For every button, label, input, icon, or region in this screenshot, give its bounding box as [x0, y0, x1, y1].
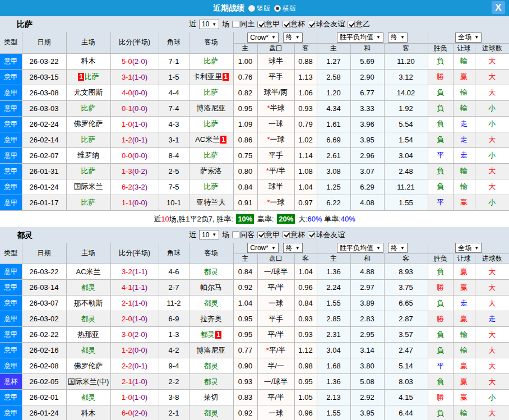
away-team-cell: 都灵	[189, 358, 233, 374]
fulltime-score: 5-0	[122, 57, 132, 66]
result-wdl-cell: 負	[428, 132, 453, 147]
win-odds-cell: 2.13	[317, 390, 350, 405]
halftime-score: (1-0)	[132, 299, 147, 307]
league-cell: 意甲	[0, 53, 22, 69]
win-odds-cell: 6.69	[317, 132, 350, 147]
league-checkbox-意杯[interactable]	[283, 21, 290, 28]
draw-odds-cell: 4.08	[350, 195, 384, 210]
league-checkbox-意甲[interactable]	[257, 231, 265, 238]
result-handicap-cell: 輸	[453, 163, 475, 179]
fulltime-score: 1-0	[122, 120, 132, 128]
league-checkbox-意杯[interactable]	[283, 231, 290, 238]
away-team-cell: 博洛尼亚	[189, 100, 233, 116]
radio-vertical[interactable]	[248, 5, 255, 12]
wdl-mean-select[interactable]: 胜平负均值▼	[337, 243, 383, 253]
recent-count-select[interactable]: 10▼	[199, 230, 219, 239]
handicap-text: 半球	[270, 104, 285, 112]
full-match-select[interactable]: 全场▼	[455, 243, 482, 253]
result-handicap-cell: 輸	[453, 85, 475, 100]
away-team-cell: 比萨	[189, 53, 233, 69]
draw-odds-cell: 2.92	[350, 390, 384, 405]
handicap-text: 一球	[270, 135, 285, 144]
odds-source-select[interactable]: Crow*▼	[247, 243, 279, 253]
dropdown-arrow-icon: ▼	[295, 35, 300, 40]
summary-text: 单率:	[322, 215, 341, 223]
result-wdl-cell: 負	[428, 374, 453, 390]
home-team-name: 热那亚	[77, 330, 99, 339]
result-handicap-cell: 赢	[453, 195, 475, 210]
same-venue-checkbox[interactable]	[232, 21, 239, 28]
result-goals-cell: 大	[475, 132, 509, 147]
odds-home-cell: 0.82	[233, 85, 257, 100]
close-button[interactable]: X	[492, 1, 505, 14]
handicap-text: 平/半	[267, 330, 284, 339]
date-cell: 26-02-05	[22, 374, 66, 390]
full-match-select[interactable]: 全场▼	[455, 33, 482, 43]
fulltime-score: 3-1	[122, 73, 132, 81]
col-header-0: 类型	[0, 243, 22, 264]
score-cell: 1-2(0-0)	[110, 343, 159, 358]
league-checkbox-球会友谊[interactable]	[308, 231, 315, 238]
header-group-1: 胜平负均值▼终▼	[317, 32, 428, 43]
section-filters: 近10▼场同主意甲意杯球会友谊意乙	[189, 16, 370, 32]
odds-source-select[interactable]: Crow*▼	[247, 33, 279, 43]
result-handicap-cell: 走	[453, 132, 475, 147]
date-cell: 26-02-16	[22, 343, 66, 358]
away-team-name: 博洛尼亚	[197, 104, 226, 112]
home-team-cell: 尤文图斯	[66, 85, 110, 100]
header-group-0: Crow*▼终▼	[233, 32, 317, 43]
score-cell: 2-1(1-0)	[110, 374, 159, 390]
home-team-cell: 维罗纳	[66, 147, 110, 163]
handicap-cell: 球半	[257, 53, 294, 69]
odds-away-cell: 0.88	[294, 53, 317, 69]
win-odds-cell: 1.68	[317, 358, 350, 374]
odds-home-cell: 1.09	[233, 116, 257, 132]
col-header-5: 客场	[189, 32, 233, 53]
final-select-1[interactable]: 终▼	[283, 243, 303, 253]
halftime-score: (1-0)	[132, 393, 147, 401]
score-cell: 1-2(0-1)	[110, 132, 159, 147]
same-venue-checkbox[interactable]	[232, 231, 239, 238]
lose-odds-cell: 3.04	[384, 147, 428, 163]
home-team-cell: 比萨	[66, 100, 110, 116]
win-odds-cell: 1.61	[317, 116, 350, 132]
col-header-1: 日期	[22, 243, 66, 264]
draw-odds-cell: 2.83	[350, 311, 384, 327]
col-header-3: 比分(半场)	[110, 243, 159, 264]
league-checkbox-球会友谊[interactable]	[308, 21, 315, 28]
home-team-name: 国际米兰(中)	[68, 377, 109, 386]
date-cell: 26-03-08	[22, 85, 66, 100]
date-cell: 26-03-03	[22, 100, 66, 116]
dropdown-arrow-icon: ▼	[212, 232, 216, 237]
recent-count-select[interactable]: 10▼	[199, 20, 219, 29]
date-cell: 26-03-22	[22, 264, 66, 280]
home-team-cell: 那不勒斯	[66, 296, 110, 311]
league-checkbox-意甲[interactable]	[257, 21, 265, 28]
summary-text: 场,胜1平2负7, 胜率:	[169, 215, 235, 223]
fulltime-score: 6-2	[122, 183, 132, 191]
summary-text: 近	[154, 215, 161, 223]
lose-odds-cell: 1.92	[384, 100, 428, 116]
col-header-3: 比分(半场)	[110, 32, 159, 53]
league-checkbox-意乙[interactable]	[348, 21, 355, 28]
final-select-2[interactable]: 终▼	[388, 33, 408, 43]
final-select-2[interactable]: 终▼	[388, 243, 408, 253]
away-team-cell: 比萨	[189, 147, 233, 163]
win-odds-cell: 6.22	[317, 195, 350, 210]
radio-horizontal[interactable]	[274, 5, 281, 12]
home-team-name: 都灵	[81, 346, 96, 354]
handicap-cell: 一/球半	[257, 374, 294, 390]
away-team-name: AC米兰	[195, 135, 220, 144]
handicap-cell: 一/球半	[257, 264, 294, 280]
draw-odds-cell: 3.95	[350, 132, 384, 147]
near-label: 近	[189, 230, 196, 240]
final-select-1[interactable]: 终▼	[283, 33, 303, 43]
home-team-name: 佛罗伦萨	[74, 119, 103, 128]
summary-row: 近10场,胜1平2负7, 胜率: 10% 赢率: 20% 大:60% 单率:40…	[0, 211, 509, 227]
win-odds-cell: 2.58	[317, 69, 350, 85]
corner-cell: 3-8	[159, 390, 189, 405]
away-team-name: 帕尔马	[200, 283, 222, 292]
wdl-mean-select[interactable]: 胜平负均值▼	[337, 33, 383, 43]
odds-home-cell: 0.80	[233, 163, 257, 179]
odds-home-cell: 0.76	[233, 69, 257, 85]
